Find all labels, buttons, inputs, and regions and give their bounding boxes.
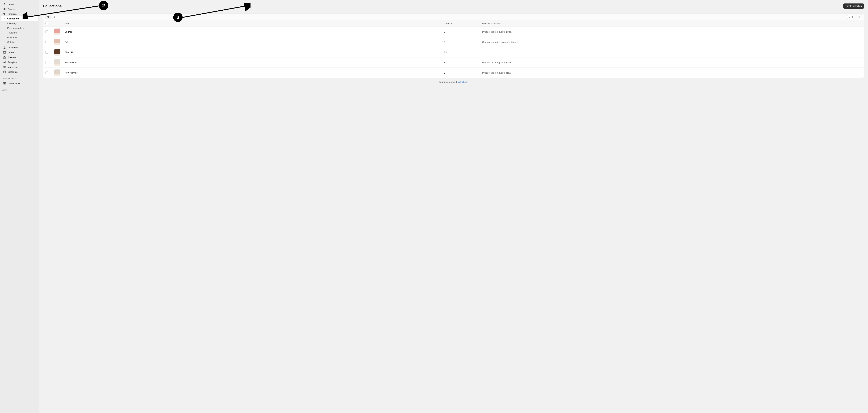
- tab-all[interactable]: All: [45, 15, 51, 19]
- nav-transfers[interactable]: Transfers: [1, 30, 38, 35]
- nav-collections[interactable]: Collections: [1, 16, 38, 21]
- nav-customers[interactable]: Customers: [1, 45, 38, 50]
- table-row[interactable]: Brights8Product tag is equal to Bright: [43, 27, 864, 37]
- col-conditions: Product conditions: [482, 22, 862, 25]
- rows-container: Brights8Product tag is equal to BrightSa…: [43, 27, 864, 78]
- nav-home-label: Home: [8, 3, 14, 5]
- orders-icon: [3, 8, 6, 10]
- row-thumbnail: [54, 59, 60, 66]
- sidebar: Home Orders Products Collections Invento…: [0, 0, 39, 413]
- table-row[interactable]: New Arrivals7Product tag is equal to New: [43, 68, 864, 78]
- nav-inventory[interactable]: Inventory: [1, 21, 38, 26]
- row-checkbox[interactable]: [45, 41, 48, 43]
- nav-discounts-label: Discounts: [8, 71, 18, 73]
- nav-catalogs[interactable]: Catalogs: [1, 40, 38, 44]
- table-row[interactable]: Sale8Compare-at price is greater than 1: [43, 37, 864, 47]
- row-products: 7: [444, 71, 482, 74]
- svg-rect-5: [5, 61, 5, 63]
- sales-channels-heading[interactable]: Sales channels ›: [0, 74, 39, 81]
- table-row[interactable]: Best Sellers8Product tag is equal to Bes…: [43, 58, 864, 68]
- apps-label: Apps: [2, 89, 7, 91]
- bank-icon: [3, 56, 6, 59]
- sort-icon: [858, 16, 861, 18]
- nav-purchase-orders[interactable]: Purchase orders: [1, 26, 38, 30]
- row-thumbnail: [54, 28, 60, 35]
- svg-point-9: [849, 16, 850, 18]
- add-view-button[interactable]: +: [53, 15, 57, 19]
- row-checkbox[interactable]: [45, 71, 48, 74]
- row-conditions: Compare-at price is greater than 1: [482, 41, 862, 43]
- collections-card: All + Title Products Product conditions …: [43, 13, 864, 78]
- row-checkbox[interactable]: [45, 51, 48, 54]
- create-collection-button[interactable]: Create collection: [843, 3, 864, 9]
- nav-transfers-label: Transfers: [7, 31, 17, 34]
- footer-note: Learn more about collections: [43, 78, 864, 86]
- row-products: 8: [444, 31, 482, 33]
- table-header: Title Products Product conditions: [43, 20, 864, 27]
- apps-heading[interactable]: Apps ›: [0, 86, 39, 92]
- chevron-right-icon: ›: [36, 89, 36, 91]
- home-icon: [3, 3, 6, 5]
- tabs-bar: All +: [43, 14, 864, 20]
- main-content: Collections Create collection All + Titl: [39, 0, 868, 413]
- nav-products[interactable]: Products: [1, 11, 38, 16]
- filter-icon: [851, 16, 854, 18]
- row-conditions: Product tag is equal to Best: [482, 61, 862, 64]
- image-icon: [3, 51, 6, 54]
- footer-prefix: Learn more about: [439, 81, 458, 83]
- nav-analytics[interactable]: Analytics: [1, 60, 38, 65]
- row-title: Brights: [65, 31, 444, 33]
- svg-rect-3: [3, 62, 4, 63]
- row-checkbox[interactable]: [45, 30, 48, 33]
- page-header: Collections Create collection: [43, 3, 864, 9]
- svg-point-7: [4, 67, 5, 67]
- select-all-checkbox[interactable]: [45, 22, 48, 25]
- nav-products-label: Products: [8, 13, 17, 15]
- col-products: Products: [444, 22, 482, 25]
- row-products: 8: [444, 61, 482, 64]
- tag-icon: [3, 12, 6, 15]
- nav-purchase-orders-label: Purchase orders: [7, 27, 24, 29]
- discount-icon: [3, 70, 6, 73]
- row-title: Shop All: [65, 51, 444, 54]
- nav-discounts[interactable]: Discounts: [1, 69, 38, 74]
- nav-online-store[interactable]: Online Store: [1, 81, 38, 86]
- sort-button[interactable]: [857, 15, 862, 19]
- svg-point-2: [4, 52, 4, 52]
- table-row[interactable]: Shop All13: [43, 47, 864, 58]
- svg-point-6: [3, 66, 5, 68]
- row-thumbnail: [54, 39, 60, 45]
- row-title: New Arrivals: [65, 71, 444, 74]
- nav-analytics-label: Analytics: [8, 61, 17, 64]
- sales-channels-label: Sales channels: [2, 77, 17, 80]
- person-icon: [3, 46, 6, 49]
- search-icon: [848, 16, 851, 18]
- store-icon: [3, 82, 6, 85]
- row-checkbox[interactable]: [45, 61, 48, 64]
- row-products: 13: [444, 51, 482, 54]
- search-filter-button[interactable]: [847, 15, 855, 19]
- nav-finance-label: Finance: [8, 56, 16, 59]
- row-thumbnail: [54, 69, 60, 76]
- row-conditions: Product tag is equal to Bright: [482, 31, 862, 33]
- row-conditions: Product tag is equal to New: [482, 71, 862, 74]
- nav-online-store-label: Online Store: [8, 82, 20, 85]
- nav-finance[interactable]: Finance: [1, 55, 38, 60]
- target-icon: [3, 66, 6, 68]
- nav-orders-label: Orders: [8, 8, 14, 10]
- nav-inventory-label: Inventory: [7, 22, 17, 25]
- row-title: Best Sellers: [65, 61, 444, 64]
- svg-point-0: [4, 46, 5, 47]
- nav-collections-label: Collections: [7, 18, 20, 20]
- row-thumbnail: [54, 49, 60, 56]
- nav-orders[interactable]: Orders: [1, 7, 38, 11]
- nav-customers-label: Customers: [8, 46, 19, 49]
- row-title: Sale: [65, 41, 444, 43]
- nav-content[interactable]: Content: [1, 50, 38, 55]
- nav-home[interactable]: Home: [1, 2, 38, 7]
- nav-marketing[interactable]: Marketing: [1, 65, 38, 69]
- chevron-right-icon: ›: [36, 77, 36, 80]
- nav-catalogs-label: Catalogs: [7, 41, 16, 43]
- nav-gift-cards[interactable]: Gift cards: [1, 35, 38, 40]
- footer-link[interactable]: collections: [458, 81, 468, 83]
